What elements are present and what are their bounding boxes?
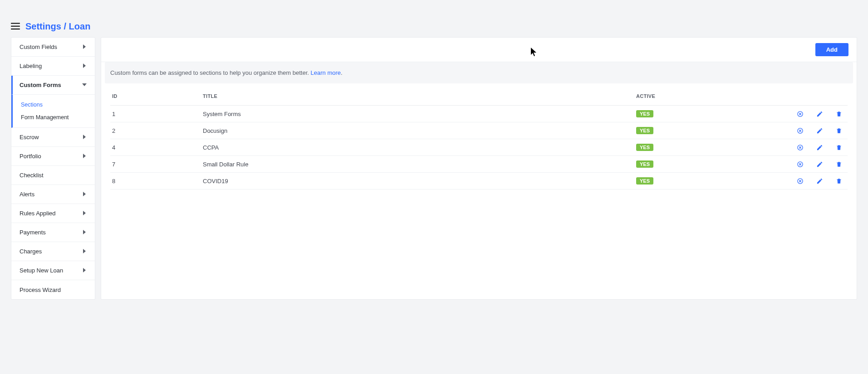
deactivate-icon[interactable] [797, 127, 804, 134]
info-bar: Custom forms can be assigned to sections… [105, 62, 853, 83]
delete-icon[interactable] [836, 144, 842, 151]
active-badge: YES [636, 144, 653, 151]
cell-title: CCPA [201, 139, 634, 156]
deactivate-icon[interactable] [797, 111, 804, 117]
sections-table: ID TITLE ACTIVE 1System FormsYES2Docusig… [110, 83, 848, 189]
page-header: Settings / Loan [0, 0, 868, 32]
sidebar-item-process-wizard[interactable]: Process Wizard [11, 280, 95, 299]
chevron-right-icon [82, 44, 87, 50]
sidebar-item-label: Rules Applied [20, 210, 56, 217]
sidebar-item-charges[interactable]: Charges [11, 242, 95, 261]
delete-icon[interactable] [836, 127, 842, 134]
sidebar-item-label: Labeling [20, 63, 42, 69]
sidebar-subitem-sections[interactable]: Sections [21, 98, 95, 111]
active-badge: YES [636, 160, 653, 168]
breadcrumb: Settings / Loan [25, 21, 90, 32]
sidebar-submenu-custom-forms: Sections Form Management [11, 95, 95, 128]
chevron-right-icon [82, 153, 87, 160]
active-badge: YES [636, 127, 653, 134]
sidebar-item-label: Portfolio [20, 153, 41, 160]
edit-icon[interactable] [816, 127, 823, 134]
chevron-right-icon [82, 191, 87, 198]
table-header-active: ACTIVE [634, 83, 793, 106]
sidebar-subitem-form-management[interactable]: Form Management [21, 111, 95, 124]
cell-active: YES [634, 122, 793, 139]
sidebar-item-checklist[interactable]: Checklist [11, 166, 95, 185]
cell-actions [793, 106, 848, 122]
sidebar-item-rules-applied[interactable]: Rules Applied [11, 204, 95, 223]
deactivate-icon[interactable] [797, 178, 804, 185]
cell-active: YES [634, 156, 793, 173]
cell-actions [793, 156, 848, 173]
table-row: 4CCPAYES [110, 139, 848, 156]
cell-title: COVID19 [201, 173, 634, 189]
sidebar-item-label: Charges [20, 248, 42, 255]
table-row: 1System FormsYES [110, 106, 848, 122]
breadcrumb-separator: / [64, 21, 66, 31]
cell-actions [793, 173, 848, 189]
table-header-id: ID [110, 83, 201, 106]
sidebar-item-portfolio[interactable]: Portfolio [11, 147, 95, 166]
cell-active: YES [634, 106, 793, 122]
toolbar: Add [101, 38, 857, 62]
svg-rect-1 [11, 26, 20, 27]
cell-title: Docusign [201, 122, 634, 139]
sidebar-item-label: Alerts [20, 191, 34, 198]
table-row: 7Small Dollar RuleYES [110, 156, 848, 173]
sidebar-item-escrow[interactable]: Escrow [11, 128, 95, 147]
chevron-right-icon [82, 210, 87, 217]
cell-id: 7 [110, 156, 201, 173]
chevron-right-icon [82, 63, 87, 69]
sidebar-item-alerts[interactable]: Alerts [11, 185, 95, 204]
sidebar-item-custom-fields[interactable]: Custom Fields [11, 38, 95, 57]
svg-rect-2 [11, 29, 20, 29]
sidebar-item-payments[interactable]: Payments [11, 223, 95, 242]
delete-icon[interactable] [836, 111, 842, 117]
add-button[interactable]: Add [815, 43, 848, 56]
edit-icon[interactable] [816, 144, 823, 151]
info-text: Custom forms can be assigned to sections… [110, 69, 311, 76]
chevron-right-icon [82, 248, 87, 255]
sidebar-item-custom-forms[interactable]: Custom Forms [11, 76, 95, 95]
deactivate-icon[interactable] [797, 161, 804, 168]
table-header-actions [793, 83, 848, 106]
cell-active: YES [634, 139, 793, 156]
sidebar-item-label: Checklist [20, 172, 44, 179]
sidebar-item-label: Custom Forms [20, 82, 61, 88]
sidebar-item-setup-new-loan[interactable]: Setup New Loan [11, 261, 95, 280]
active-badge: YES [636, 110, 653, 117]
edit-icon[interactable] [816, 161, 823, 168]
sidebar-item-label: Process Wizard [20, 287, 61, 293]
table-row: 8COVID19YES [110, 173, 848, 189]
table-row: 2DocusignYES [110, 122, 848, 139]
edit-icon[interactable] [816, 178, 823, 185]
cell-id: 4 [110, 139, 201, 156]
breadcrumb-current[interactable]: Loan [69, 21, 91, 31]
sidebar-item-label: Setup New Loan [20, 267, 63, 274]
cell-id: 2 [110, 122, 201, 139]
sidebar: Custom Fields Labeling Custom Forms Sect… [11, 37, 95, 300]
chevron-right-icon [82, 229, 87, 236]
cell-actions [793, 122, 848, 139]
chevron-right-icon [82, 267, 87, 274]
delete-icon[interactable] [836, 161, 842, 168]
table-header-title: TITLE [201, 83, 634, 106]
breadcrumb-settings[interactable]: Settings [25, 21, 61, 31]
active-badge: YES [636, 177, 653, 185]
sidebar-item-labeling[interactable]: Labeling [11, 57, 95, 76]
cell-active: YES [634, 173, 793, 189]
deactivate-icon[interactable] [797, 144, 804, 151]
sidebar-item-label: Payments [20, 229, 46, 236]
cell-id: 8 [110, 173, 201, 189]
cell-title: Small Dollar Rule [201, 156, 634, 173]
cell-title: System Forms [201, 106, 634, 122]
chevron-right-icon [82, 134, 87, 141]
delete-icon[interactable] [836, 178, 842, 185]
svg-rect-0 [11, 23, 20, 24]
sidebar-item-label: Custom Fields [20, 44, 57, 50]
learn-more-link[interactable]: Learn more [311, 69, 341, 76]
edit-icon[interactable] [816, 111, 823, 117]
sidebar-item-label: Escrow [20, 134, 39, 141]
hamburger-icon[interactable] [11, 23, 20, 30]
main-panel: Add Custom forms can be assigned to sect… [101, 37, 857, 300]
